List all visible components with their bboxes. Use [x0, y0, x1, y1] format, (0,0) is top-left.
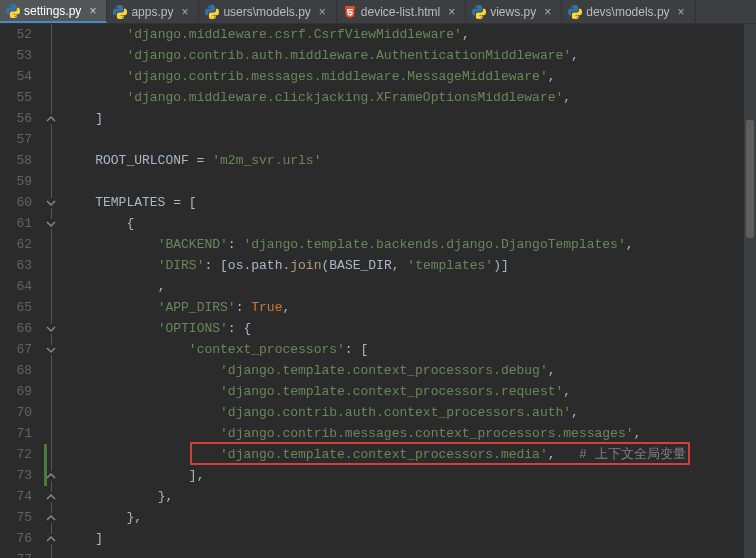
tab-views-py[interactable]: views.py×	[466, 0, 562, 23]
fold-end-icon[interactable]	[46, 471, 56, 481]
code-line[interactable]: 'APP_DIRS': True,	[64, 297, 756, 318]
code-line[interactable]: 'django.template.context_processors.debu…	[64, 360, 756, 381]
code-line[interactable]	[64, 549, 756, 558]
close-icon[interactable]: ×	[319, 5, 326, 19]
code-line[interactable]: 'django.template.context_processors.medi…	[64, 444, 756, 465]
tab-bar: settings.py×apps.py×users\models.py×devi…	[0, 0, 756, 24]
token-txt: BASE_DIR	[329, 258, 391, 273]
code-line[interactable]: 'django.template.context_processors.requ…	[64, 381, 756, 402]
code-line[interactable]: ROOT_URLCONF = 'm2m_svr.urls'	[64, 150, 756, 171]
code-line[interactable]: ]	[64, 108, 756, 129]
token-cm: # 上下文全局变量	[579, 447, 686, 462]
token-op: ,	[392, 258, 408, 273]
fold-end-icon[interactable]	[46, 114, 56, 124]
fold-collapse-icon[interactable]	[46, 345, 56, 355]
token-txt	[64, 258, 158, 273]
code-line[interactable]: 'django.middleware.csrf.CsrfViewMiddlewa…	[64, 24, 756, 45]
token-str: 'django.template.context_processors.requ…	[220, 384, 563, 399]
line-number: 55	[0, 87, 32, 108]
token-str: 'context_processors'	[189, 342, 345, 357]
token-fn: join	[290, 258, 321, 273]
line-number: 68	[0, 360, 32, 381]
token-kw: True	[251, 300, 282, 315]
tab-label: apps.py	[131, 5, 173, 19]
token-str: 'django.contrib.auth.context_processors.…	[220, 405, 571, 420]
scrollbar-thumb[interactable]	[746, 120, 754, 237]
token-op: : [	[345, 342, 368, 357]
close-icon[interactable]: ×	[544, 5, 551, 19]
token-txt: ROOT_URLCONF =	[64, 153, 212, 168]
code-line[interactable]: },	[64, 486, 756, 507]
tab-label: views.py	[490, 5, 536, 19]
line-number: 59	[0, 171, 32, 192]
code-line[interactable]: 'django.contrib.messages.middleware.Mess…	[64, 66, 756, 87]
tab-device-list-html[interactable]: device-list.html×	[337, 0, 466, 23]
token-txt	[64, 27, 126, 42]
token-txt	[64, 111, 95, 126]
token-op: :	[228, 237, 244, 252]
close-icon[interactable]: ×	[181, 5, 188, 19]
token-txt	[64, 237, 158, 252]
fold-collapse-icon[interactable]	[46, 219, 56, 229]
token-str: 'django.template.context_processors.medi…	[220, 447, 548, 462]
code-line[interactable]: ]	[64, 528, 756, 549]
line-number: 74	[0, 486, 32, 507]
tab-settings-py[interactable]: settings.py×	[0, 0, 107, 23]
token-str: 'django.contrib.messages.context_process…	[220, 426, 633, 441]
code-line[interactable]: 'context_processors': [	[64, 339, 756, 360]
code-line[interactable]: 'django.contrib.auth.middleware.Authenti…	[64, 45, 756, 66]
token-str: 'django.middleware.clickjacking.XFrameOp…	[126, 90, 563, 105]
close-icon[interactable]: ×	[678, 5, 685, 19]
token-txt: TEMPLATES = [	[64, 195, 197, 210]
fold-end-icon[interactable]	[46, 492, 56, 502]
close-icon[interactable]: ×	[448, 5, 455, 19]
code-editor[interactable]: 5253545556575859606162636465666768697071…	[0, 24, 756, 558]
token-op: :	[236, 300, 252, 315]
fold-end-icon[interactable]	[46, 513, 56, 523]
close-icon[interactable]: ×	[89, 4, 96, 18]
code-line[interactable]: 'django.contrib.messages.context_process…	[64, 423, 756, 444]
token-txt	[64, 510, 126, 525]
token-txt	[64, 90, 126, 105]
token-str: 'DIRS'	[158, 258, 205, 273]
token-str: 'django.template.context_processors.debu…	[220, 363, 548, 378]
fold-collapse-icon[interactable]	[46, 198, 56, 208]
line-number: 62	[0, 234, 32, 255]
token-txt	[64, 384, 220, 399]
code-line[interactable]: {	[64, 213, 756, 234]
line-number: 64	[0, 276, 32, 297]
token-txt: os.path.	[228, 258, 290, 273]
code-line[interactable]: TEMPLATES = [	[64, 192, 756, 213]
code-line[interactable]: 'OPTIONS': {	[64, 318, 756, 339]
code-line[interactable]: ],	[64, 465, 756, 486]
tab-label: users\models.py	[223, 5, 310, 19]
code-area[interactable]: 'django.middleware.csrf.CsrfViewMiddlewa…	[60, 24, 756, 558]
code-line[interactable]: 'django.middleware.clickjacking.XFrameOp…	[64, 87, 756, 108]
line-number: 75	[0, 507, 32, 528]
tab-users-models-py[interactable]: users\models.py×	[199, 0, 336, 23]
token-txt: {	[64, 216, 134, 231]
line-number: 67	[0, 339, 32, 360]
tab-devs-models-py[interactable]: devs\models.py×	[562, 0, 695, 23]
vcs-change-marker	[44, 444, 47, 465]
fold-end-icon[interactable]	[46, 534, 56, 544]
token-op: ],	[189, 468, 205, 483]
token-op: ,	[548, 447, 579, 462]
token-op: ,	[282, 300, 290, 315]
code-line[interactable]: ,	[64, 276, 756, 297]
code-line[interactable]	[64, 171, 756, 192]
line-number: 66	[0, 318, 32, 339]
vertical-scrollbar[interactable]	[744, 24, 756, 558]
token-op: )	[493, 258, 501, 273]
code-line[interactable]: },	[64, 507, 756, 528]
fold-collapse-icon[interactable]	[46, 324, 56, 334]
tab-apps-py[interactable]: apps.py×	[107, 0, 199, 23]
line-number: 65	[0, 297, 32, 318]
code-line[interactable]: 'DIRS': [os.path.join(BASE_DIR, 'templat…	[64, 255, 756, 276]
python-file-icon	[6, 4, 20, 18]
code-line[interactable]: 'BACKEND': 'django.template.backends.dja…	[64, 234, 756, 255]
token-str: 'm2m_svr.urls'	[212, 153, 321, 168]
token-txt	[64, 279, 158, 294]
code-line[interactable]	[64, 129, 756, 150]
code-line[interactable]: 'django.contrib.auth.context_processors.…	[64, 402, 756, 423]
